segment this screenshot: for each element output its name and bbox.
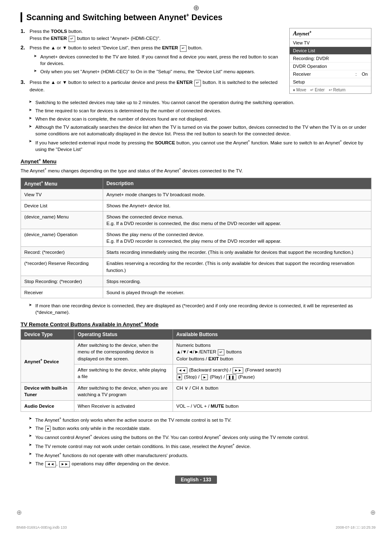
main-bullet-1: Switching to the selected devices may ta… [29, 99, 371, 106]
anynet-row-7-col1: Stop Recording: (*recorder) [21, 276, 103, 287]
tv-row-audio-device: Audio Device [21, 400, 74, 411]
footer-right-text: 2008-07-18 □□ 10:25:39 [336, 525, 376, 529]
tv-remote-table: Device Type Operating Status Available B… [21, 329, 371, 411]
anynet-row-5-col2: Starts recording immediately using the r… [103, 247, 371, 258]
tv-table-header-3: Available Buttons [173, 330, 371, 340]
step-2-bullet-2: Only when you set "Anynet+ (HDMI-CEC)" t… [34, 68, 281, 75]
anynet-panel: Anynet+ View TV Device List Recording: D… [289, 28, 371, 94]
anynet-row-4-col1: (device_name) Operation [21, 229, 103, 247]
table-row: (device_name) Operation Shows the play m… [21, 229, 371, 247]
table-row: Device with built-in Tuner After switchi… [21, 383, 371, 400]
tv-row-audio-buttons: VOL – / VOL + / MUTE button [173, 400, 371, 411]
tv-remote-notes: The Anynet+ function only works when the… [29, 416, 371, 467]
tv-row-anynet-buttons-1: Numeric buttons▲/▼/◄/►/ENTER ↵ buttonsCo… [173, 340, 371, 365]
table-row: (*recorder) Reserve Recording Enables re… [21, 258, 371, 276]
footer-left-text: BN68-01691A-00Eng.indb 133 [16, 525, 67, 529]
step-2: 2. Press the ▲ or ▼ button to select "De… [21, 44, 281, 77]
step-1-num: 1. [21, 28, 28, 34]
tv-note-3: You cannot control Anynet+ devices using… [29, 433, 371, 441]
page-number-box: English - 133 [21, 476, 371, 484]
table-row: Device List Shows the Anynet+ device lis… [21, 200, 371, 211]
footer-line: BN68-01691A-00Eng.indb 133 2008-07-18 □□… [16, 525, 376, 529]
anynet-row-7-col2: Stops recording. [103, 276, 371, 287]
anynet-menu-recording-dvdr: Recording: DVDR [290, 55, 371, 63]
tv-note-6: The ◄◄, ►► operations may differ dependi… [29, 460, 371, 467]
anynet-menu-intro: The Anynet+ menu changes depending on th… [21, 167, 371, 174]
steps-with-panel: 1. Press the TOOLS button. Press the ENT… [21, 28, 371, 96]
table-row: Stop Recording: (*recorder) Stops record… [21, 276, 371, 287]
main-bullet-2: The time required to scan for devices is… [29, 107, 371, 114]
anynet-row-8-col2: Sound is played through the receiver. [103, 287, 371, 298]
top-crosshair-icon: ⊕ [193, 3, 199, 12]
anynet-menu-table: Anynet+ Menu Description View TV Anynet+… [21, 178, 371, 298]
footer-enter: ↵ Enter [310, 88, 325, 92]
table-row: Receiver Sound is played through the rec… [21, 287, 371, 298]
tv-note-2: The ● button works only while in the rec… [29, 425, 371, 432]
anynet-menu-heading: Anynet+ Menu [21, 158, 371, 165]
tv-table-header-2: Operating Status [74, 330, 173, 340]
tv-note-4: The TV remote control may not work under… [29, 442, 371, 450]
tv-row-tuner-device: Device with built-in Tuner [21, 383, 74, 400]
bottom-left-crosshair-icon: ⊕ [16, 508, 22, 516]
step-3: 3. Press the ▲ or ▼ button to select to … [21, 79, 281, 93]
step-1: 1. Press the TOOLS button. Press the ENT… [21, 28, 281, 42]
anynet-row-6-col1: (*recorder) Reserve Recording [21, 258, 103, 276]
anynet-panel-footer: ♦ Move ↵ Enter ↩ Return [290, 86, 371, 93]
page-title-section: Scanning and Switching between Anynet+ D… [21, 12, 371, 22]
step-2-bullet-1: Anynet+ devices connected to the TV are … [34, 53, 281, 67]
footer-move: ♦ Move [293, 88, 306, 92]
main-bullet-4: Although the TV automatically searches t… [29, 124, 371, 137]
tv-row-audio-status: When Receiver is activated [74, 400, 173, 411]
anynet-row-3-col1: (device_name) Menu [21, 211, 103, 229]
bottom-right-crosshair-icon: ⊕ [370, 508, 376, 516]
anynet-menu-setup: Setup [290, 78, 371, 86]
anynet-row-3-col2: Shows the connected device menus.E.g. If… [103, 211, 371, 229]
step-3-num: 3. [21, 79, 28, 85]
page-title: Scanning and Switching between Anynet+ D… [26, 13, 222, 22]
tv-row-anynet-device: Anynet+ Device [21, 340, 74, 383]
table-row: (device_name) Menu Shows the connected d… [21, 211, 371, 229]
page-number: English - 133 [175, 476, 217, 484]
tv-row-tuner-status: After switching to the device, when you … [74, 383, 173, 400]
main-bullet-5: If you have selected external input mode… [29, 139, 371, 153]
tv-row-anynet-status-2: After switching to the device, while pla… [74, 365, 173, 383]
anynet-table-header-2: Description [103, 178, 371, 189]
table-row: Anynet+ Device After switching to the de… [21, 340, 371, 365]
main-bullet-3: When the device scan is complete, the nu… [29, 116, 371, 122]
steps-left: 1. Press the TOOLS button. Press the ENT… [21, 28, 281, 96]
anynet-row-6-col2: Enables reserving a recording for the re… [103, 258, 371, 276]
anynet-table-header-1: Anynet+ Menu [21, 178, 103, 189]
anynet-row-5-col1: Record: (*recorder) [21, 247, 103, 258]
main-bullets: Switching to the selected devices may ta… [29, 99, 371, 153]
anynet-menu-note-item: If more than one recording device is con… [29, 302, 371, 316]
tv-row-tuner-buttons: CH ∨ / CH ∧ button [173, 383, 371, 400]
footer-return: ↩ Return [329, 88, 346, 92]
anynet-menu-dvdr-operation: DVDR Operation [290, 63, 371, 70]
step-1-content: Press the TOOLS button. Press the ENTER … [30, 28, 281, 42]
anynet-row-8-col1: Receiver [21, 287, 103, 298]
tv-note-5: The Anynet+ functions do not operate wit… [29, 451, 371, 459]
step-2-content: Press the ▲ or ▼ button to select "Devic… [30, 44, 281, 77]
tv-table-header-1: Device Type [21, 330, 74, 340]
tv-row-anynet-status-1: After switching to the device, when the … [74, 340, 173, 365]
anynet-row-1-col1: View TV [21, 189, 103, 200]
table-row: Audio Device When Receiver is activated … [21, 400, 371, 411]
anynet-row-1-col2: Anynet+ mode changes to TV broadcast mod… [103, 189, 371, 200]
anynet-row-2-col2: Shows the Anynet+ device list. [103, 200, 371, 211]
tv-note-1: The Anynet+ function only works when the… [29, 416, 371, 423]
anynet-row-4-col2: Shows the play menu of the connected dev… [103, 229, 371, 247]
anynet-menu-note: If more than one recording device is con… [29, 302, 371, 316]
step-2-bullets: Anynet+ devices connected to the TV are … [34, 53, 281, 75]
table-row: View TV Anynet+ mode changes to TV broad… [21, 189, 371, 200]
anynet-menu-receiver: Receiver : On [290, 70, 371, 78]
anynet-row-2-col1: Device List [21, 200, 103, 211]
anynet-menu-device-list: Device List [290, 47, 371, 55]
step-3-content: Press the ▲ or ▼ button to select to a p… [30, 79, 281, 93]
anynet-menu-view-tv: View TV [290, 39, 371, 47]
tv-row-anynet-buttons-2: ◄◄ (Backward search) / ►► (Forward searc… [173, 365, 371, 383]
table-row: Record: (*recorder) Starts recording imm… [21, 247, 371, 258]
anynet-panel-title: Anynet+ [290, 28, 371, 39]
step-2-num: 2. [21, 44, 28, 51]
tv-remote-heading: TV Remote Control Buttons Available in A… [21, 320, 371, 327]
